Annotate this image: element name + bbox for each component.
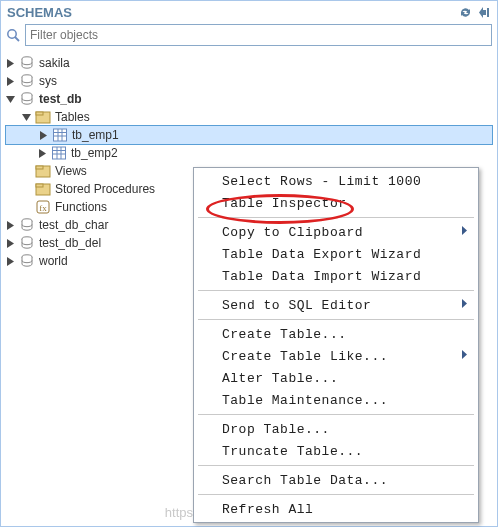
menu-separator xyxy=(198,465,474,466)
menu-separator xyxy=(198,290,474,291)
context-menu: Select Rows - Limit 1000 Table Inspector… xyxy=(193,167,479,523)
table-icon xyxy=(52,127,68,143)
tree-item-sys[interactable]: sys xyxy=(5,72,493,90)
filter-input[interactable] xyxy=(25,24,492,46)
menu-refresh-all[interactable]: Refresh All xyxy=(196,498,476,520)
menu-create-table-like[interactable]: Create Table Like... xyxy=(196,345,476,367)
expand-icon[interactable] xyxy=(5,256,16,267)
menu-search-table-data[interactable]: Search Table Data... xyxy=(196,469,476,491)
menu-separator xyxy=(198,494,474,495)
menu-separator xyxy=(198,319,474,320)
database-icon xyxy=(19,55,35,71)
tree-item-tables[interactable]: Tables xyxy=(5,108,493,126)
submenu-arrow-icon xyxy=(459,297,468,314)
menu-select-rows[interactable]: Select Rows - Limit 1000 xyxy=(196,170,476,192)
panel-title: SCHEMAS xyxy=(7,5,72,20)
tree-item-tb-emp2[interactable]: tb_emp2 xyxy=(5,144,493,162)
schemas-panel: SCHEMAS sakila sys test_db Tables tb_emp… xyxy=(0,0,498,527)
menu-import-wizard[interactable]: Table Data Import Wizard xyxy=(196,265,476,287)
panel-header: SCHEMAS xyxy=(5,3,493,24)
refresh-icon[interactable] xyxy=(459,6,472,19)
database-icon xyxy=(19,73,35,89)
database-icon xyxy=(19,91,35,107)
menu-send-sql[interactable]: Send to SQL Editor xyxy=(196,294,476,316)
menu-truncate-table[interactable]: Truncate Table... xyxy=(196,440,476,462)
folder-icon xyxy=(35,109,51,125)
expand-icon[interactable] xyxy=(38,130,49,141)
database-icon xyxy=(19,217,35,233)
search-icon xyxy=(6,28,21,43)
folder-icon xyxy=(35,163,51,179)
expand-icon[interactable] xyxy=(5,58,16,69)
submenu-arrow-icon xyxy=(459,224,468,241)
collapse-icon[interactable] xyxy=(478,6,491,19)
expand-icon[interactable] xyxy=(5,220,16,231)
collapse-icon[interactable] xyxy=(5,94,16,105)
folder-icon xyxy=(35,181,51,197)
tree-item-tb-emp1[interactable]: tb_emp1 xyxy=(5,125,493,145)
database-icon xyxy=(19,235,35,251)
menu-drop-table[interactable]: Drop Table... xyxy=(196,418,476,440)
collapse-icon[interactable] xyxy=(21,112,32,123)
menu-table-maintenance[interactable]: Table Maintenance... xyxy=(196,389,476,411)
menu-separator xyxy=(198,414,474,415)
filter-row xyxy=(5,24,493,52)
expand-icon[interactable] xyxy=(37,148,48,159)
tree-item-sakila[interactable]: sakila xyxy=(5,54,493,72)
menu-alter-table[interactable]: Alter Table... xyxy=(196,367,476,389)
table-icon xyxy=(51,145,67,161)
functions-icon xyxy=(35,199,51,215)
menu-create-table[interactable]: Create Table... xyxy=(196,323,476,345)
submenu-arrow-icon xyxy=(459,348,468,365)
expand-icon[interactable] xyxy=(5,238,16,249)
expand-icon[interactable] xyxy=(5,76,16,87)
database-icon xyxy=(19,253,35,269)
menu-copy-clipboard[interactable]: Copy to Clipboard xyxy=(196,221,476,243)
tree-item-test-db[interactable]: test_db xyxy=(5,90,493,108)
menu-table-inspector[interactable]: Table Inspector xyxy=(196,192,476,214)
menu-export-wizard[interactable]: Table Data Export Wizard xyxy=(196,243,476,265)
menu-separator xyxy=(198,217,474,218)
